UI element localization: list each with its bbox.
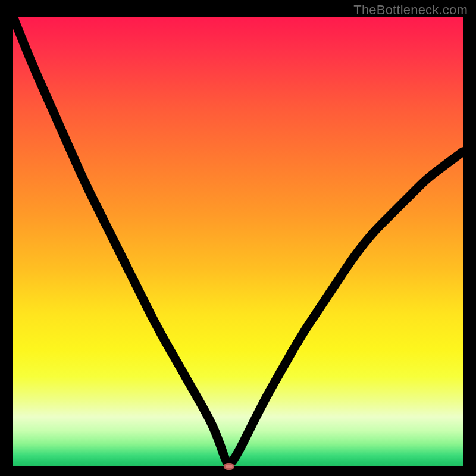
optimum-marker [224,464,233,469]
chart-frame: TheBottleneck.com [0,0,476,476]
curve-path [13,17,463,464]
bottleneck-curve [13,17,463,466]
watermark-label: TheBottleneck.com [353,2,468,18]
plot-area [13,17,463,466]
